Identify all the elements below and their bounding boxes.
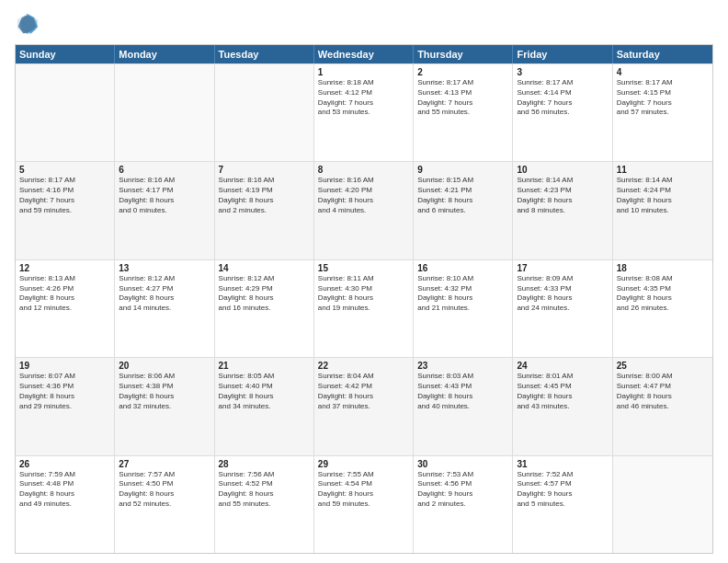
calendar-cell: 6Sunrise: 8:16 AM Sunset: 4:17 PM Daylig… — [115, 162, 214, 259]
day-number: 4 — [617, 67, 709, 77]
calendar-cell: 19Sunrise: 8:07 AM Sunset: 4:36 PM Dayli… — [16, 358, 115, 454]
calendar-cell: 5Sunrise: 8:17 AM Sunset: 4:16 PM Daylig… — [16, 162, 115, 259]
day-info: Sunrise: 8:13 AM Sunset: 4:26 PM Dayligh… — [19, 274, 110, 314]
day-number: 20 — [119, 361, 210, 371]
calendar-week: 12Sunrise: 8:13 AM Sunset: 4:26 PM Dayli… — [16, 259, 712, 357]
calendar-header-cell: Saturday — [613, 45, 712, 63]
calendar-cell: 17Sunrise: 8:09 AM Sunset: 4:33 PM Dayli… — [513, 260, 612, 357]
calendar-cell: 21Sunrise: 8:05 AM Sunset: 4:40 PM Dayli… — [215, 358, 314, 454]
calendar-header-row: SundayMondayTuesdayWednesdayThursdayFrid… — [16, 45, 712, 63]
day-number: 8 — [318, 165, 409, 175]
calendar-cell: 27Sunrise: 7:57 AM Sunset: 4:50 PM Dayli… — [115, 456, 214, 553]
calendar-cell: 15Sunrise: 8:11 AM Sunset: 4:30 PM Dayli… — [314, 260, 414, 357]
calendar-cell — [613, 456, 712, 553]
logo — [15, 11, 44, 37]
day-number: 31 — [517, 459, 608, 469]
calendar-cell: 1Sunrise: 8:18 AM Sunset: 4:12 PM Daylig… — [314, 64, 414, 161]
day-info: Sunrise: 8:16 AM Sunset: 4:17 PM Dayligh… — [119, 176, 210, 215]
calendar-cell: 31Sunrise: 7:52 AM Sunset: 4:57 PM Dayli… — [513, 456, 612, 553]
calendar-cell: 4Sunrise: 8:17 AM Sunset: 4:15 PM Daylig… — [613, 64, 712, 161]
day-info: Sunrise: 8:00 AM Sunset: 4:47 PM Dayligh… — [617, 372, 709, 411]
calendar-week: 5Sunrise: 8:17 AM Sunset: 4:16 PM Daylig… — [16, 161, 712, 259]
calendar-cell — [16, 64, 115, 161]
calendar-cell: 23Sunrise: 8:03 AM Sunset: 4:43 PM Dayli… — [414, 358, 513, 454]
day-number: 3 — [517, 67, 608, 77]
day-info: Sunrise: 8:18 AM Sunset: 4:12 PM Dayligh… — [318, 78, 409, 118]
day-number: 11 — [617, 165, 709, 175]
calendar-cell: 13Sunrise: 8:12 AM Sunset: 4:27 PM Dayli… — [115, 260, 214, 357]
calendar-cell — [215, 64, 314, 161]
calendar-cell: 8Sunrise: 8:16 AM Sunset: 4:20 PM Daylig… — [314, 162, 414, 259]
calendar-cell: 10Sunrise: 8:14 AM Sunset: 4:23 PM Dayli… — [513, 162, 612, 259]
day-info: Sunrise: 8:08 AM Sunset: 4:35 PM Dayligh… — [617, 274, 709, 314]
day-info: Sunrise: 7:53 AM Sunset: 4:56 PM Dayligh… — [417, 470, 508, 510]
day-number: 28 — [219, 459, 310, 469]
day-info: Sunrise: 8:05 AM Sunset: 4:40 PM Dayligh… — [219, 372, 310, 411]
day-number: 10 — [517, 165, 608, 175]
day-info: Sunrise: 8:11 AM Sunset: 4:30 PM Dayligh… — [318, 274, 409, 314]
calendar-header-cell: Friday — [513, 45, 612, 63]
day-info: Sunrise: 8:12 AM Sunset: 4:29 PM Dayligh… — [219, 274, 310, 314]
calendar-cell: 7Sunrise: 8:16 AM Sunset: 4:19 PM Daylig… — [215, 162, 314, 259]
day-info: Sunrise: 8:03 AM Sunset: 4:43 PM Dayligh… — [417, 372, 508, 411]
day-info: Sunrise: 8:15 AM Sunset: 4:21 PM Dayligh… — [417, 176, 508, 215]
day-number: 30 — [417, 459, 508, 469]
header — [15, 11, 713, 37]
day-info: Sunrise: 8:12 AM Sunset: 4:27 PM Dayligh… — [119, 274, 210, 314]
calendar-cell: 12Sunrise: 8:13 AM Sunset: 4:26 PM Dayli… — [16, 260, 115, 357]
day-info: Sunrise: 8:17 AM Sunset: 4:14 PM Dayligh… — [517, 78, 608, 118]
day-info: Sunrise: 8:07 AM Sunset: 4:36 PM Dayligh… — [19, 372, 110, 411]
day-info: Sunrise: 8:17 AM Sunset: 4:15 PM Dayligh… — [617, 78, 709, 118]
day-number: 18 — [617, 263, 709, 273]
day-number: 6 — [119, 165, 210, 175]
day-info: Sunrise: 8:14 AM Sunset: 4:23 PM Dayligh… — [517, 176, 608, 215]
day-number: 27 — [119, 459, 210, 469]
day-number: 13 — [119, 263, 210, 273]
day-number: 1 — [318, 67, 409, 77]
calendar-cell: 26Sunrise: 7:59 AM Sunset: 4:48 PM Dayli… — [16, 456, 115, 553]
calendar-cell: 3Sunrise: 8:17 AM Sunset: 4:14 PM Daylig… — [513, 64, 612, 161]
calendar-cell: 16Sunrise: 8:10 AM Sunset: 4:32 PM Dayli… — [414, 260, 513, 357]
day-info: Sunrise: 7:57 AM Sunset: 4:50 PM Dayligh… — [119, 470, 210, 510]
day-number: 24 — [517, 361, 608, 371]
calendar-cell: 18Sunrise: 8:08 AM Sunset: 4:35 PM Dayli… — [613, 260, 712, 357]
calendar-cell: 25Sunrise: 8:00 AM Sunset: 4:47 PM Dayli… — [613, 358, 712, 454]
day-info: Sunrise: 8:16 AM Sunset: 4:19 PM Dayligh… — [219, 176, 310, 215]
calendar-week: 19Sunrise: 8:07 AM Sunset: 4:36 PM Dayli… — [16, 357, 712, 454]
day-number: 7 — [219, 165, 310, 175]
day-number: 21 — [219, 361, 310, 371]
day-number: 15 — [318, 263, 409, 273]
day-number: 5 — [19, 165, 110, 175]
calendar-cell: 30Sunrise: 7:53 AM Sunset: 4:56 PM Dayli… — [414, 456, 513, 553]
day-info: Sunrise: 7:55 AM Sunset: 4:54 PM Dayligh… — [318, 470, 409, 510]
day-info: Sunrise: 8:14 AM Sunset: 4:24 PM Dayligh… — [617, 176, 709, 215]
day-number: 14 — [219, 263, 310, 273]
calendar: SundayMondayTuesdayWednesdayThursdayFrid… — [15, 44, 713, 554]
day-info: Sunrise: 7:56 AM Sunset: 4:52 PM Dayligh… — [219, 470, 310, 510]
logo-icon — [15, 11, 40, 37]
day-info: Sunrise: 7:59 AM Sunset: 4:48 PM Dayligh… — [19, 470, 110, 510]
calendar-cell: 28Sunrise: 7:56 AM Sunset: 4:52 PM Dayli… — [215, 456, 314, 553]
calendar-cell — [115, 64, 214, 161]
calendar-cell: 20Sunrise: 8:06 AM Sunset: 4:38 PM Dayli… — [115, 358, 214, 454]
day-info: Sunrise: 7:52 AM Sunset: 4:57 PM Dayligh… — [517, 470, 608, 510]
day-number: 26 — [19, 459, 110, 469]
calendar-cell: 14Sunrise: 8:12 AM Sunset: 4:29 PM Dayli… — [215, 260, 314, 357]
day-info: Sunrise: 8:09 AM Sunset: 4:33 PM Dayligh… — [517, 274, 608, 314]
calendar-header-cell: Sunday — [16, 45, 115, 63]
calendar-body: 1Sunrise: 8:18 AM Sunset: 4:12 PM Daylig… — [16, 63, 712, 553]
calendar-cell: 22Sunrise: 8:04 AM Sunset: 4:42 PM Dayli… — [314, 358, 414, 454]
day-number: 17 — [517, 263, 608, 273]
calendar-cell: 24Sunrise: 8:01 AM Sunset: 4:45 PM Dayli… — [513, 358, 612, 454]
day-info: Sunrise: 8:01 AM Sunset: 4:45 PM Dayligh… — [517, 372, 608, 411]
page: SundayMondayTuesdayWednesdayThursdayFrid… — [0, 0, 728, 563]
calendar-header-cell: Thursday — [414, 45, 513, 63]
day-info: Sunrise: 8:17 AM Sunset: 4:13 PM Dayligh… — [417, 78, 508, 118]
day-number: 12 — [19, 263, 110, 273]
calendar-header-cell: Monday — [115, 45, 214, 63]
calendar-week: 1Sunrise: 8:18 AM Sunset: 4:12 PM Daylig… — [16, 63, 712, 161]
day-info: Sunrise: 8:17 AM Sunset: 4:16 PM Dayligh… — [19, 176, 110, 215]
calendar-cell: 11Sunrise: 8:14 AM Sunset: 4:24 PM Dayli… — [613, 162, 712, 259]
day-info: Sunrise: 8:06 AM Sunset: 4:38 PM Dayligh… — [119, 372, 210, 411]
calendar-cell: 29Sunrise: 7:55 AM Sunset: 4:54 PM Dayli… — [314, 456, 414, 553]
